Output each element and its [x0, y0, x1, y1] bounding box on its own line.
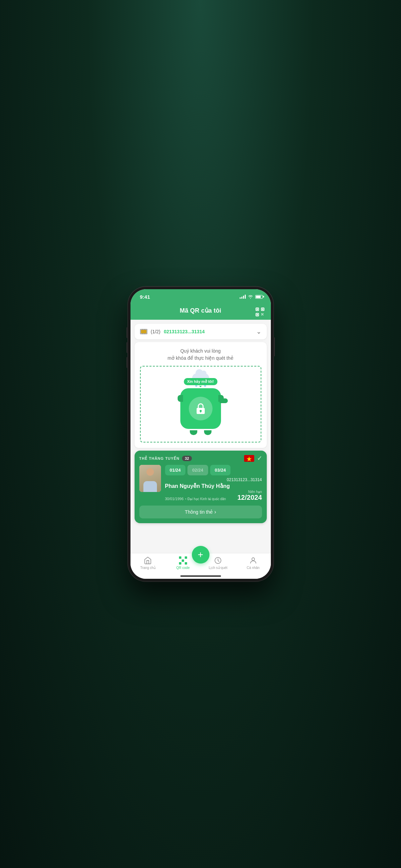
- qr-code-icon: [179, 556, 187, 565]
- phone-screen: 9:41 Mã QR của tôi: [131, 289, 271, 579]
- month-btn-1[interactable]: 02/24: [187, 465, 208, 475]
- card-info-button-label: Thông tin thẻ: [185, 509, 213, 515]
- mascot-ear-left: [178, 395, 183, 402]
- arrow-right-icon: ›: [214, 509, 216, 515]
- mascot-speech-bubble: Xin hãy mở tôi!: [184, 378, 217, 385]
- foot-right: [204, 430, 212, 435]
- svg-point-23: [252, 558, 255, 560]
- card-bottom-row: 30/01/1996 • Đại học Kinh tế quốc dân Ni…: [165, 490, 262, 501]
- card-university: Đại học Kinh tế quốc dân: [187, 497, 226, 501]
- history-icon: [214, 556, 222, 565]
- mascot-body: Xin hãy mở tôi!: [180, 388, 221, 429]
- status-bar: 9:41: [131, 289, 271, 304]
- bottom-nav: Trang chủ QR: [131, 553, 271, 579]
- card-type-row: THẺ THĂNG TUYẾN 32: [139, 456, 192, 461]
- bottom-spacer: [131, 523, 271, 529]
- mascot-feet: [174, 430, 228, 435]
- card-badge: 32: [182, 456, 192, 461]
- card-prefix: (1/2): [151, 329, 161, 334]
- nav-item-home[interactable]: Trang chủ: [131, 556, 166, 570]
- header-title: Mã QR của tôi: [180, 307, 221, 314]
- qr-unlock-area: Quý khách vui lòng mở khóa để thực hiện …: [135, 342, 267, 448]
- phone-frame: 9:41 Mã QR của tôi: [128, 287, 274, 581]
- card-owner-name: Phan Nguyễn Thúy Hằng: [165, 483, 262, 489]
- dashed-qr-box: Xin hãy mở tôi!: [140, 366, 261, 442]
- user-photo: [139, 465, 161, 492]
- signal-icon: [240, 295, 246, 299]
- battery-icon: [255, 295, 263, 299]
- card-selector-left: (1/2) 021313123...31314: [140, 329, 205, 334]
- svg-rect-19: [200, 411, 201, 413]
- status-time: 9:41: [140, 294, 150, 300]
- svg-rect-12: [141, 330, 146, 333]
- svg-rect-4: [262, 309, 263, 310]
- expiry-date: 12/2024: [237, 494, 262, 501]
- nav-label-qrcode: QR code: [176, 566, 189, 570]
- card-type-label: THẺ THĂNG TUYẾN: [139, 456, 180, 461]
- card-dob: 30/01/1996: [165, 497, 184, 501]
- lock-icon: [194, 402, 207, 415]
- svg-rect-3: [257, 309, 258, 310]
- card-expiry-section: Niên hạn 12/2024: [237, 490, 262, 501]
- card-header-right: ✓: [244, 455, 262, 462]
- month-btn-0[interactable]: 01/24: [165, 465, 186, 475]
- mascot-container: Xin hãy mở tôi!: [174, 388, 228, 435]
- lock-icon-circle: [189, 397, 213, 420]
- card-number-text: 021313123...31314: [165, 477, 262, 482]
- card-details-right: 01/24 02/24 03/24 021313123...31314 Phan…: [165, 465, 262, 501]
- card-info-header: THẺ THĂNG TUYẾN 32 ✓: [135, 451, 267, 465]
- svg-rect-9: [263, 315, 263, 315]
- svg-rect-7: [263, 313, 263, 314]
- expiry-label: Niên hạn: [237, 490, 262, 494]
- person-body: [143, 481, 157, 492]
- card-sub-info: 30/01/1996 • Đại học Kinh tế quốc dân: [165, 495, 226, 501]
- card-months: 01/24 02/24 03/24: [165, 465, 262, 475]
- nav-label-home: Trang chủ: [140, 566, 156, 570]
- user-photo-placeholder: [139, 465, 161, 492]
- main-content: (1/2) 021313123...31314 ⌄ Quý khách vui …: [131, 320, 271, 553]
- home-icon: [143, 556, 152, 565]
- scan-button[interactable]: [255, 307, 265, 317]
- chip-icon: [140, 329, 147, 334]
- wifi-icon: [248, 295, 253, 299]
- card-selector-prefix: (1/2) 021313123...31314: [151, 329, 205, 334]
- card-info-section: THẺ THĂNG TUYẾN 32 ✓: [135, 451, 267, 523]
- scan-icon: [255, 307, 265, 317]
- svg-rect-6: [261, 313, 262, 314]
- card-number-display: 021313123...31314: [164, 329, 205, 334]
- card-info-body: 01/24 02/24 03/24 021313123...31314 Phan…: [135, 465, 267, 506]
- card-info-button[interactable]: Thông tin thẻ ›: [139, 506, 262, 518]
- profile-icon: [249, 556, 258, 565]
- nav-label-profile: Cá nhân: [247, 566, 260, 570]
- vietnam-flag-icon: [244, 455, 254, 462]
- status-icons: [240, 295, 263, 299]
- fab-button[interactable]: +: [192, 546, 209, 564]
- chevron-down-icon[interactable]: ⌄: [256, 328, 261, 335]
- app-header: Mã QR của tôi: [131, 304, 271, 320]
- fab-container: +: [192, 546, 209, 564]
- home-indicator: [180, 575, 221, 577]
- svg-rect-10: [262, 314, 263, 315]
- month-btn-2[interactable]: 03/24: [210, 465, 231, 475]
- mascot-tail: [220, 398, 228, 403]
- svg-rect-5: [257, 314, 258, 315]
- check-icon: ✓: [257, 455, 262, 462]
- foot-left: [190, 430, 197, 435]
- person-head: [146, 468, 154, 476]
- card-selector[interactable]: (1/2) 021313123...31314 ⌄: [135, 324, 267, 339]
- nav-label-history: Lịch sử quét: [209, 566, 227, 570]
- nav-item-profile[interactable]: Cá nhân: [236, 556, 271, 570]
- svg-rect-8: [261, 315, 262, 315]
- unlock-message: Quý khách vui lòng mở khóa để thực hiện …: [140, 348, 261, 362]
